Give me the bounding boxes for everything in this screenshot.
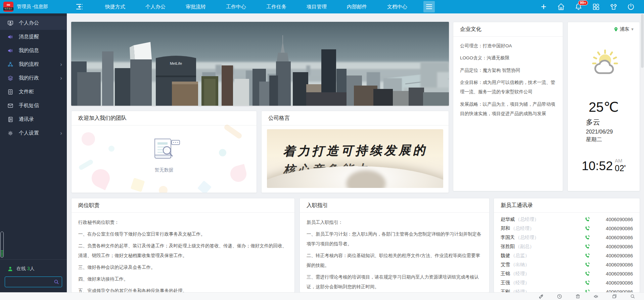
panel-title: 公司格言: [262, 111, 449, 126]
contact-row[interactable]: 王强（经理） 4006090086: [501, 278, 633, 287]
culture-line: LOGO含义：沟通无极限: [460, 53, 556, 63]
home-icon[interactable]: [557, 2, 565, 11]
contact-row[interactable]: 赵华威（总经理） 4006090086: [501, 215, 633, 224]
logo-glyph: ∞: [7, 2, 10, 7]
contact-name: 李国天: [501, 235, 515, 241]
guide-line: 二、转正考核内容：岗位基础知识、职位相关的程序文件/方法、作业流程等岗位需要掌握…: [307, 251, 482, 270]
sidebar-item-sms[interactable]: 手机短信: [0, 99, 67, 112]
contact-phone: 4006090086: [606, 280, 633, 286]
add-icon[interactable]: +: [539, 2, 548, 11]
sidebar-item-label: 消息提醒: [19, 34, 39, 40]
phone-icon[interactable]: [585, 262, 590, 267]
apps-grid-icon[interactable]: [592, 2, 600, 11]
clock-seconds: 02': [615, 164, 626, 172]
sidebar-item-my-workflow[interactable]: 我的流程 ›: [0, 57, 67, 71]
sidebar-item-my-info[interactable]: 我的信息: [0, 44, 67, 57]
trash-icon[interactable]: [575, 294, 581, 299]
nav-project-management[interactable]: 项目管理: [296, 0, 337, 13]
sidebar-item-label: 个人设置: [19, 130, 39, 136]
sidebar-item-message-alerts[interactable]: 消息提醒: [0, 30, 67, 44]
panel-title: 入职指引: [300, 198, 489, 213]
online-prefix: 在线: [16, 266, 26, 271]
contact-phone: 4006090086: [606, 244, 633, 249]
guide-line: 一、新员工学习计划：您入职1周内，各部门主管将会为您制定详细的学习计划并制定各项…: [307, 229, 482, 249]
online-user-icon: [7, 266, 13, 272]
notification-badge: 99+: [578, 0, 588, 5]
scrollbar-thumb[interactable]: [641, 14, 644, 68]
app-logo[interactable]: ∞ 华天动力: [3, 2, 13, 12]
collapse-menu-icon[interactable]: [76, 3, 84, 10]
chevron-right-icon: ›: [60, 130, 62, 136]
contact-row[interactable]: 魏健（总监） 4006090086: [501, 251, 633, 260]
top-navigation: 快捷方式 个人办公 审批流转 工作中心 工作任务 项目管理 内部邮件 文档中心: [95, 0, 417, 13]
search-icon[interactable]: [630, 294, 635, 299]
culture-panel: 企业文化 公司理念：打造中国好OA LOGO含义：沟通无极限 产品定位：魔方架构…: [453, 22, 563, 191]
search-icon[interactable]: [53, 279, 59, 285]
online-count: 3: [27, 266, 30, 271]
power-logout-icon[interactable]: [627, 2, 635, 11]
contact-role: （总监）: [511, 253, 530, 259]
phone-icon[interactable]: [585, 244, 590, 249]
city-banner-image: MetLife: [71, 22, 449, 106]
phone-icon[interactable]: [585, 280, 590, 286]
phone-icon[interactable]: [585, 235, 590, 240]
edge-battery-widget[interactable]: [0, 232, 4, 258]
nav-personal-office[interactable]: 个人办公: [135, 0, 176, 13]
restore-window-icon[interactable]: [612, 294, 617, 299]
nav-shortcuts[interactable]: 快捷方式: [95, 0, 135, 13]
nav-work-center[interactable]: 工作中心: [216, 0, 256, 13]
contact-phone: 4006090086: [606, 271, 633, 277]
notifications-bell-icon[interactable]: 99+: [574, 2, 583, 11]
location-selector[interactable]: 浦东 ▼: [613, 26, 634, 32]
temperature: 25℃: [589, 99, 618, 115]
nav-internal-mail[interactable]: 内部邮件: [337, 0, 377, 13]
brand: ∞ 华天动力 管理员 -信息部: [0, 2, 67, 12]
location-city: 浦东: [620, 26, 629, 32]
contact-row[interactable]: 王刚（经理） 4006090086: [501, 287, 633, 293]
current-user-label: 管理员 -信息部: [17, 4, 48, 10]
contact-phone: 4006090086: [606, 235, 633, 240]
phone-icon[interactable]: [585, 271, 590, 277]
sidebar-item-label: 我的信息: [19, 47, 39, 54]
weather-panel: 浦东 ▼ 25℃ 多云 2021/06/29 星期二 10:52 AM 02': [567, 22, 640, 191]
culture-line: 发展战略：以产品为主，项目为辅，产品带动项目的快速实施，项目促进产品的成熟与发展: [460, 100, 556, 119]
nav-work-tasks[interactable]: 工作任务: [256, 0, 296, 13]
motto-image: 着力打造可持续发展的 核心竞争能力: [267, 129, 443, 188]
duty-line: 四、做好来访接待工作。: [78, 274, 288, 284]
sidebar-item-personal-office[interactable]: 个人办公: [0, 16, 67, 30]
guide-line: 新员工入职指引：: [307, 217, 482, 227]
motto-panel: 公司格言 着力打造可持续发展的 核心竞争能力: [261, 111, 449, 193]
phone-icon[interactable]: [585, 253, 590, 258]
history-clock-icon[interactable]: [557, 294, 562, 299]
vertical-scrollbar[interactable]: [641, 13, 644, 293]
contact-row[interactable]: 王锦（经理） 4006090086: [501, 269, 633, 278]
contacts-panel: 新员工通讯录 赵华威（总经理） 4006090086 郑和（总经理） 40060…: [494, 198, 640, 293]
phone-icon[interactable]: [585, 226, 590, 231]
contact-name: 王锦: [501, 271, 510, 277]
sidebar-footer: 在线 3人: [0, 259, 67, 293]
contact-row[interactable]: 张胜阳（副总） 4006090086: [501, 242, 633, 251]
sidebar-item-address-book[interactable]: 通讯录: [0, 112, 67, 126]
sidebar-item-my-admin[interactable]: 我的行政 ›: [0, 71, 67, 85]
contact-name: 郑和: [501, 226, 510, 232]
contact-name: 赵华威: [501, 216, 515, 222]
theme-shirt-icon[interactable]: [609, 2, 618, 11]
sidebar-item-label: 我的行政: [19, 75, 39, 81]
contact-name: 张胜阳: [501, 244, 515, 250]
contact-row[interactable]: 李国天（总经理） 4006090086: [501, 233, 633, 242]
sidebar-item-label: 手机短信: [19, 102, 39, 109]
volume-icon[interactable]: [593, 294, 599, 299]
clock-meridiem: AM: [615, 158, 623, 163]
phone-icon[interactable]: [585, 217, 590, 222]
more-menu-button[interactable]: [423, 1, 435, 12]
panel-title: 新员工通讯录: [494, 198, 640, 213]
sidebar-item-file-cabinet[interactable]: 文件柜: [0, 85, 67, 99]
nav-document-center[interactable]: 文档中心: [377, 0, 417, 13]
contact-row[interactable]: 艾雪（出纳） 4006090086: [501, 260, 633, 269]
rocket-icon[interactable]: [538, 294, 544, 299]
sidebar-item-personal-settings[interactable]: 个人设置 ›: [0, 126, 67, 140]
contact-row[interactable]: 郑和（总经理） 4006090086: [501, 224, 633, 233]
nav-approval-flow[interactable]: 审批流转: [176, 0, 216, 13]
contact-list: 赵华威（总经理） 4006090086 郑和（总经理） 4006090086 李…: [494, 213, 640, 293]
topbar: ∞ 华天动力 管理员 -信息部 快捷方式 个人办公 审批流转 工作中心 工作任务…: [0, 0, 644, 13]
